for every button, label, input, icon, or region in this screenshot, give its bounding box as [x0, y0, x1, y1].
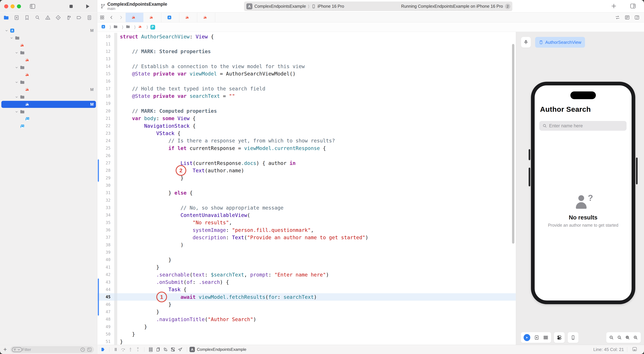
preview-on-device-icon[interactable]: [570, 335, 576, 340]
line-number[interactable]: 17: [98, 86, 114, 91]
pin-preview-button[interactable]: [521, 37, 531, 48]
breakpoints-toggle-icon[interactable]: [99, 347, 106, 352]
code-line-27[interactable]: 27 List(currentResponse.docs) { author i…: [98, 159, 516, 167]
line-number[interactable]: 28: [98, 168, 114, 173]
disclosure-chevron-icon[interactable]: [14, 110, 19, 114]
line-number[interactable]: 14: [98, 64, 114, 69]
code-line-47[interactable]: 47 }: [98, 308, 516, 315]
line-number[interactable]: 29: [98, 176, 114, 180]
file-tree-item[interactable]: [0, 123, 97, 130]
line-number[interactable]: 41: [98, 265, 114, 270]
source-editor[interactable]: 10 struct AuthorSearchView: View { 11 12…: [98, 32, 516, 345]
code-line-14[interactable]: 14 // Establish a connection to the view…: [98, 63, 516, 70]
code-line-36[interactable]: 36 systemImage: "person.fill.questionmar…: [98, 226, 516, 234]
line-number[interactable]: 50: [98, 332, 114, 336]
file-tree-item[interactable]: [0, 42, 97, 49]
view-hierarchy-icon[interactable]: [147, 347, 154, 352]
code-line-35[interactable]: 35 "No results",: [98, 219, 516, 226]
breadcrumb-item[interactable]: [113, 25, 120, 30]
editor-options-icon[interactable]: [624, 15, 630, 20]
code-line-29[interactable]: 29 }: [98, 174, 516, 182]
line-number[interactable]: 11: [98, 42, 114, 47]
code-line-32[interactable]: 32: [98, 197, 516, 204]
code-line-21[interactable]: 21 var body: some View {: [98, 115, 516, 122]
line-number[interactable]: 15: [98, 72, 114, 76]
disclosure-chevron-icon[interactable]: [14, 80, 19, 84]
source-control-icon[interactable]: [14, 15, 20, 21]
code-line-40[interactable]: 40 }: [98, 256, 516, 263]
code-line-18[interactable]: 18 @State private var searchText = "": [98, 93, 516, 100]
zoom-window-button[interactable]: [17, 4, 21, 9]
project-title-block[interactable]: ComplexEndpointsExample main: [100, 2, 167, 11]
line-number[interactable]: 10: [98, 34, 114, 39]
navigator-folder-icon[interactable]: [3, 15, 10, 21]
step-out-icon[interactable]: [134, 347, 142, 352]
toggle-navigator-icon[interactable]: [29, 3, 36, 10]
tab-AuthorSearchViewModel[interactable]: [197, 13, 215, 22]
line-number[interactable]: 21: [98, 116, 114, 121]
disclosure-chevron-icon[interactable]: [14, 95, 19, 99]
code-line-15[interactable]: 15 @State private var viewModel = Author…: [98, 70, 516, 78]
add-file-button[interactable]: +: [3, 346, 7, 353]
breadcrumb-item[interactable]: [138, 25, 144, 30]
activity-status-bar[interactable]: A ComplexEndpointsExample ⟩ iPhone 16 Pr…: [244, 2, 512, 11]
code-line-39[interactable]: 39: [98, 249, 516, 256]
code-line-19[interactable]: 19: [98, 100, 516, 107]
issues-icon[interactable]: [44, 15, 51, 21]
code-line-28[interactable]: 28 Text(author.name): [98, 167, 516, 174]
line-number[interactable]: 27: [98, 161, 114, 165]
line-number[interactable]: 20: [98, 109, 114, 113]
issue-count-badge[interactable]: 2: [505, 4, 510, 9]
code-line-17[interactable]: 17 // Hold the text typed into the searc…: [98, 85, 516, 92]
line-number[interactable]: 47: [98, 309, 114, 314]
breakpoints-navigator-icon[interactable]: [76, 15, 82, 21]
line-number[interactable]: 24: [98, 138, 114, 143]
editor-scrollbar[interactable]: [512, 44, 514, 244]
code-line-23[interactable]: 23 VStack {: [98, 130, 516, 137]
scheme-name[interactable]: ComplexEndpointsExample: [254, 4, 306, 9]
file-tree-item[interactable]: [0, 64, 97, 71]
line-number[interactable]: 13: [98, 57, 114, 61]
preview-device-chip[interactable]: AuthorSearchView: [535, 37, 585, 48]
code-line-30[interactable]: 30: [98, 182, 516, 189]
line-number[interactable]: 45: [98, 295, 114, 299]
environment-overrides-icon[interactable]: [169, 347, 176, 352]
tab-ComplexEndpointsExample[interactable]: A: [161, 13, 179, 22]
swap-editor-icon[interactable]: [615, 15, 620, 20]
line-number[interactable]: 12: [98, 49, 114, 54]
line-number[interactable]: 30: [98, 183, 114, 188]
go-back-icon[interactable]: [107, 13, 116, 22]
toggle-inspector-icon[interactable]: [629, 3, 636, 10]
code-line-42[interactable]: 42 .searchable(text: $searchText, prompt…: [98, 271, 516, 278]
code-line-22[interactable]: 22 NavigationStack {: [98, 122, 516, 130]
iphone-preview[interactable]: Author Search Enter name here ? No resul…: [531, 82, 635, 304]
code-line-10[interactable]: 10 struct AuthorSearchView: View {: [98, 33, 516, 40]
code-line-49[interactable]: 49 }: [98, 323, 516, 330]
step-into-icon[interactable]: [127, 347, 134, 352]
code-line-38[interactable]: 38 ): [98, 241, 516, 249]
live-preview-button[interactable]: [524, 334, 530, 341]
debug-navigator-icon[interactable]: [66, 15, 72, 21]
file-tree-item[interactable]: [0, 115, 97, 123]
reports-icon[interactable]: [86, 15, 92, 21]
simulate-location-icon[interactable]: [176, 347, 184, 352]
memory-graph-icon[interactable]: [154, 347, 162, 352]
selectable-preview-icon[interactable]: [534, 335, 539, 340]
device-settings-icon[interactable]: [556, 335, 562, 340]
zoom-fit-icon[interactable]: [625, 335, 630, 340]
line-number[interactable]: 31: [98, 190, 114, 195]
run-button[interactable]: [84, 3, 91, 10]
code-line-16[interactable]: 16: [98, 78, 516, 85]
tests-icon[interactable]: [55, 15, 62, 21]
tab-AuthorSearchResponse[interactable]: [179, 13, 197, 22]
zoom-out-icon[interactable]: [609, 335, 614, 340]
find-navigator-icon[interactable]: [34, 15, 40, 21]
code-line-24[interactable]: 24 // Is there a response yet, from whic…: [98, 137, 516, 144]
line-number[interactable]: 22: [98, 124, 114, 128]
debug-target[interactable]: A ComplexEndpointsExample: [190, 347, 246, 352]
code-line-12[interactable]: 12 // MARK: Stored properties: [98, 48, 516, 55]
file-tree-item[interactable]: M: [0, 86, 97, 93]
code-line-20[interactable]: 20 // MARK: Computed properties: [98, 107, 516, 115]
code-line-31[interactable]: 31 } else {: [98, 189, 516, 196]
line-number[interactable]: 46: [98, 302, 114, 307]
